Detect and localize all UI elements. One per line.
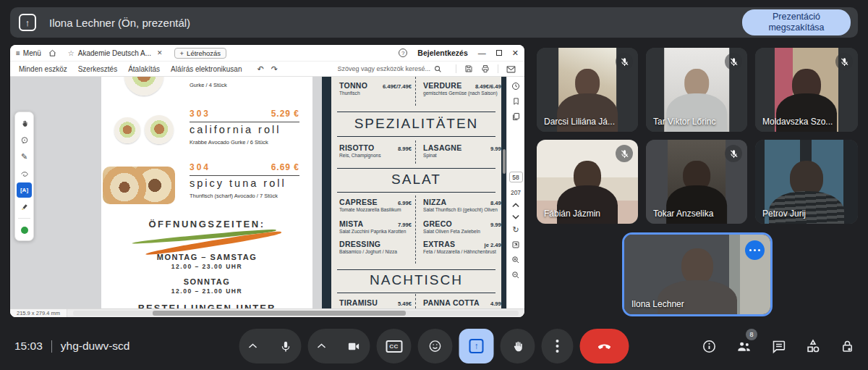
- acrobat-menu-button[interactable]: ≡ Menü: [16, 49, 41, 57]
- captions-button[interactable]: CC: [377, 329, 412, 363]
- page-number-input[interactable]: 58: [509, 172, 523, 182]
- divider: [190, 175, 299, 176]
- meeting-details-button[interactable]: [702, 339, 717, 354]
- minimize-window-icon[interactable]: —: [478, 49, 486, 57]
- participant-name: Ilona Lechner: [631, 299, 684, 309]
- hours-days: SONNTAG: [101, 277, 312, 286]
- mic-control[interactable]: [239, 329, 302, 363]
- divider: [337, 112, 495, 112]
- clock-time: 15:03: [14, 340, 43, 353]
- zoom-out-icon[interactable]: [511, 271, 520, 279]
- menu-item-desc: Krabbe Avocado Gurke / 6 Stück: [190, 139, 268, 146]
- print-icon[interactable]: [481, 64, 490, 73]
- horizontal-scrollbar[interactable]: [73, 311, 519, 316]
- home-icon[interactable]: [48, 49, 56, 57]
- end-call-icon: [597, 338, 613, 354]
- self-view-tile[interactable]: Ilona Lechner: [622, 232, 773, 316]
- participant-tile[interactable]: Petrov Jurij: [755, 140, 858, 224]
- chevron-up-icon[interactable]: [249, 343, 258, 349]
- close-window-icon[interactable]: ✕: [512, 49, 519, 58]
- search-input[interactable]: Szöveg vagy eszközök keresé...: [337, 65, 442, 73]
- activities-button[interactable]: [805, 338, 821, 354]
- divider: [415, 195, 416, 264]
- comment-tool-icon[interactable]: [17, 133, 32, 148]
- star-icon: ☆: [68, 49, 75, 57]
- history-icon[interactable]: [511, 82, 520, 91]
- chat-icon: [771, 339, 786, 354]
- participant-tile[interactable]: Moldavszka Szo...: [755, 48, 858, 132]
- sushi-photo: [114, 117, 140, 143]
- bookmarks-icon[interactable]: [512, 97, 520, 106]
- tile-options-button[interactable]: [745, 240, 765, 260]
- mail-icon[interactable]: [506, 65, 516, 73]
- divider: [337, 168, 495, 169]
- divider: [337, 293, 495, 293]
- hours-time: 12.00 – 21.00 UHR: [101, 287, 312, 295]
- mic-muted-icon: [616, 145, 633, 162]
- menu-section-header: NACHTISCH: [337, 272, 495, 288]
- tab-title: Akademie Deutsch A...: [78, 49, 151, 57]
- participant-name: Tokar Anzselika: [653, 209, 713, 219]
- page-thumbnails-icon[interactable]: [511, 112, 520, 121]
- people-icon: [736, 338, 752, 355]
- menu-entry: GRECO9.99€ Salat Oliven Feta Zwiebeln: [423, 219, 504, 234]
- menu-entry: TONNO6.49€/7.49€ Thunfisch: [339, 81, 412, 96]
- zoom-in-icon[interactable]: [511, 256, 520, 264]
- sushi-photo: [103, 167, 175, 204]
- chat-button[interactable]: [771, 339, 786, 354]
- fit-page-icon[interactable]: [511, 240, 520, 249]
- stop-presenting-button[interactable]: Prezentáció megszakítása: [742, 9, 851, 35]
- previous-page-icon[interactable]: [512, 203, 519, 208]
- toolbar-item-convert[interactable]: Átalakítás: [128, 65, 160, 73]
- reactions-button[interactable]: [418, 329, 453, 363]
- participant-name: Tar Viktor Lőrinc: [653, 117, 715, 127]
- toolbar-item-edit[interactable]: Szerkesztés: [78, 65, 117, 73]
- lasso-tool-icon[interactable]: [17, 166, 32, 181]
- menu-entry: RISOTTO8.99€ Reis, Champignons: [339, 143, 412, 158]
- highlighter-tool-icon[interactable]: [17, 199, 32, 214]
- present-icon: ↑: [469, 339, 484, 353]
- camera-control[interactable]: [308, 329, 370, 363]
- camera-icon: [347, 340, 361, 353]
- raise-hand-button[interactable]: [501, 329, 535, 363]
- help-icon[interactable]: ?: [399, 49, 407, 57]
- meet-control-bar: 15:03 yhg-duwv-scd CC ↑ 8: [0, 322, 868, 370]
- redo-icon[interactable]: ↷: [271, 64, 278, 74]
- vertical-scrollbar[interactable]: [503, 149, 506, 174]
- chevron-up-icon[interactable]: [318, 343, 326, 349]
- undo-icon[interactable]: ↶: [257, 64, 263, 74]
- info-icon: [702, 339, 717, 354]
- hand-tool-icon[interactable]: [17, 116, 32, 131]
- participant-tile[interactable]: Darcsi Liliána Já...: [537, 48, 638, 132]
- pencil-tool-icon[interactable]: ✎: [17, 149, 32, 164]
- sign-in-button[interactable]: Bejelentkezés: [417, 49, 467, 57]
- participant-tile[interactable]: Tar Viktor Lőrinc: [646, 48, 747, 132]
- present-button[interactable]: ↑: [459, 329, 494, 363]
- toolbar-item-all-tools[interactable]: Minden eszköz: [19, 65, 67, 73]
- end-call-button[interactable]: [580, 329, 629, 363]
- mic-muted-icon: [835, 53, 853, 70]
- host-controls-button[interactable]: [840, 339, 855, 354]
- document-tab[interactable]: ☆ Akademie Deutsch A... ✕: [64, 45, 167, 61]
- next-page-icon[interactable]: [512, 214, 519, 219]
- edit-text-tool-icon[interactable]: [A]: [17, 182, 32, 198]
- divider: [456, 64, 456, 73]
- acrobat-right-rail: 58 207 ↻: [506, 77, 524, 308]
- page-dimensions-label: 215.9 x 279.4 mm: [10, 309, 67, 317]
- menu-entry: PANNA COTTA4.99€: [423, 298, 504, 307]
- participant-tile[interactable]: Tokar Anzselika: [646, 140, 747, 224]
- scrollbar-thumb[interactable]: [153, 311, 406, 316]
- record-status-icon[interactable]: [17, 222, 32, 237]
- participant-tile[interactable]: Fábián Jázmin: [537, 140, 638, 224]
- rotate-page-icon[interactable]: ↻: [512, 226, 519, 234]
- more-options-button[interactable]: [542, 329, 574, 363]
- hours-time: 12.00 – 23.00 UHR: [101, 263, 312, 270]
- acrobat-status-bar: 215.9 x 279.4 mm: [10, 308, 524, 317]
- toolbar-item-esign[interactable]: Aláírás elektronikusan: [171, 65, 242, 73]
- divider: [18, 218, 30, 219]
- close-tab-icon[interactable]: ✕: [157, 49, 163, 56]
- restore-window-icon[interactable]: [496, 50, 502, 56]
- create-button[interactable]: + Létrehozás: [174, 48, 227, 59]
- save-icon[interactable]: [464, 64, 473, 73]
- participants-button[interactable]: 8: [736, 338, 752, 355]
